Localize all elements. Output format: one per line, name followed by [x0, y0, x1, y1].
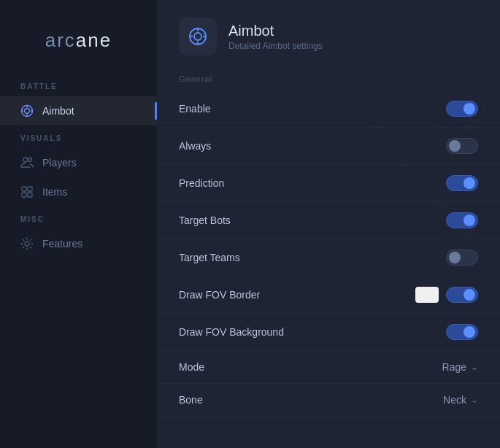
setting-row-prediction: Prediction [157, 165, 500, 202]
prediction-toggle-knob [464, 177, 475, 189]
main-header: Aimbot Detailed Aimbot settings [157, 0, 500, 70]
sidebar: arcane BATTLE Aimbot VISUALS [0, 0, 157, 448]
features-icon [20, 237, 34, 250]
draw-fov-border-toggle[interactable] [446, 287, 478, 303]
always-toggle-knob [449, 140, 461, 152]
visuals-section-label: VISUALS [0, 125, 157, 148]
logo: arcane [0, 15, 157, 74]
svg-point-7 [28, 158, 32, 162]
enable-label: Enable [179, 103, 211, 115]
enable-toggle-knob [464, 103, 475, 115]
draw-fov-background-label: Draw FOV Background [179, 326, 284, 338]
bone-label: Bone [179, 394, 203, 406]
target-bots-toggle-knob [464, 215, 475, 226]
sidebar-item-features[interactable]: Features [0, 229, 157, 258]
draw-fov-border-toggle-knob [464, 289, 475, 301]
target-bots-label: Target Bots [179, 215, 231, 226]
header-subtitle: Detailed Aimbot settings [228, 41, 323, 51]
prediction-label: Prediction [179, 177, 224, 189]
aimbot-header-icon [188, 26, 208, 47]
sidebar-players-label: Players [42, 157, 77, 169]
bone-dropdown[interactable]: Neck ⌄ [443, 394, 478, 406]
sidebar-item-players[interactable]: Players [0, 148, 157, 177]
sidebar-item-items[interactable]: Items [0, 177, 157, 206]
mode-value: Rage [442, 361, 466, 373]
setting-row-target-bots: Target Bots [157, 202, 500, 239]
header-title: Aimbot [228, 23, 323, 39]
bone-dropdown-arrow: ⌄ [471, 395, 478, 405]
target-teams-toggle[interactable] [446, 250, 478, 266]
enable-toggle[interactable] [446, 101, 478, 117]
setting-row-enable: Enable [157, 90, 500, 128]
mode-label: Mode [179, 361, 204, 373]
header-text: Aimbot Detailed Aimbot settings [228, 23, 323, 51]
svg-point-6 [23, 158, 28, 162]
bone-value: Neck [443, 394, 466, 406]
svg-rect-9 [28, 187, 32, 191]
setting-row-draw-fov-background: Draw FOV Background [157, 314, 500, 351]
aimbot-icon [20, 104, 34, 117]
always-label: Always [179, 140, 211, 152]
draw-fov-background-toggle-knob [464, 326, 475, 338]
logo-arc: arc [45, 29, 76, 51]
svg-point-1 [25, 109, 30, 114]
mode-dropdown[interactable]: Rage ⌄ [442, 361, 478, 373]
setting-row-always: Always [157, 128, 500, 165]
target-bots-toggle[interactable] [446, 212, 478, 228]
sidebar-items-label: Items [42, 186, 67, 198]
setting-row-draw-fov-border: Draw FOV Border [157, 277, 500, 314]
players-icon [20, 156, 34, 169]
prediction-toggle[interactable] [446, 175, 478, 191]
target-teams-label: Target Teams [179, 252, 240, 263]
general-label: General [157, 70, 500, 90]
draw-fov-background-toggle[interactable] [446, 324, 478, 340]
svg-point-12 [25, 242, 29, 246]
setting-row-target-teams: Target Teams [157, 239, 500, 277]
draw-fov-border-controls [415, 287, 478, 303]
main-content: Aimbot Detailed Aimbot settings General … [157, 0, 500, 448]
items-icon [20, 185, 34, 198]
mode-dropdown-arrow: ⌄ [471, 362, 478, 372]
header-icon-box [179, 18, 217, 55]
svg-rect-11 [28, 193, 32, 197]
draw-fov-border-label: Draw FOV Border [179, 289, 260, 301]
setting-row-mode: Mode Rage ⌄ [157, 351, 500, 384]
logo-ane: ane [76, 29, 112, 51]
misc-section-label: MISC [0, 206, 157, 229]
sidebar-features-label: Features [42, 238, 82, 250]
svg-rect-10 [22, 193, 26, 197]
svg-rect-8 [22, 187, 26, 191]
battle-section-label: BATTLE [0, 74, 157, 96]
always-toggle[interactable] [446, 138, 478, 154]
fov-border-color-preview[interactable] [415, 287, 439, 303]
sidebar-item-aimbot[interactable]: Aimbot [0, 96, 157, 125]
setting-row-bone: Bone Neck ⌄ [157, 384, 500, 417]
target-teams-toggle-knob [449, 252, 461, 263]
svg-point-18 [194, 33, 201, 40]
sidebar-aimbot-label: Aimbot [42, 105, 74, 117]
